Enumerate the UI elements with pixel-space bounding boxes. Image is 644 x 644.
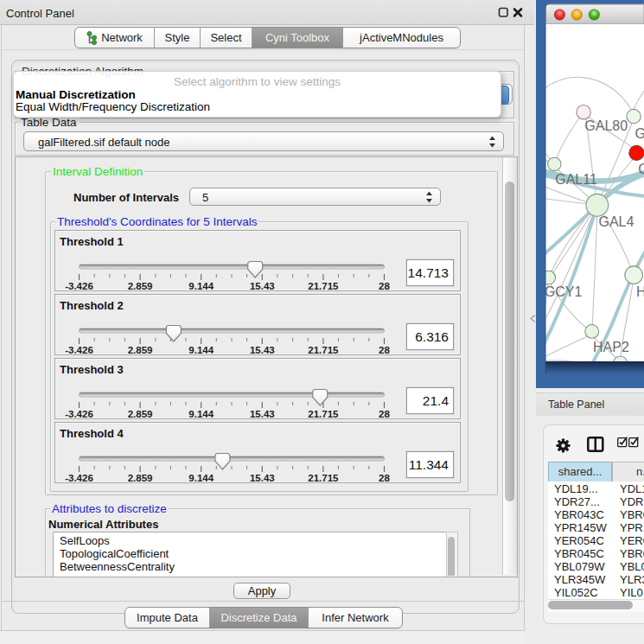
svg-text:9.144: 9.144	[188, 345, 214, 355]
svg-text:21.715: 21.715	[308, 281, 339, 291]
svg-text:H: H	[636, 284, 644, 299]
svg-text:C: C	[638, 162, 644, 176]
svg-text:28: 28	[379, 281, 390, 291]
svg-text:GAL80: GAL80	[584, 118, 628, 133]
svg-text:2.859: 2.859	[128, 409, 153, 419]
svg-text:-3.426: -3.426	[65, 473, 93, 483]
svg-text:15.43: 15.43	[250, 345, 275, 355]
svg-text:GCY1: GCY1	[545, 284, 583, 299]
svg-text:28: 28	[379, 345, 390, 355]
svg-text:2.859: 2.859	[128, 281, 153, 291]
svg-text:21.715: 21.715	[308, 409, 339, 419]
svg-text:GAL11: GAL11	[555, 172, 597, 187]
svg-text:GA: GA	[635, 126, 644, 141]
svg-text:21.715: 21.715	[308, 345, 339, 355]
svg-text:15.43: 15.43	[250, 473, 275, 483]
svg-text:21.715: 21.715	[308, 473, 339, 483]
svg-text:2.859: 2.859	[128, 473, 153, 483]
svg-text:2.859: 2.859	[128, 345, 153, 355]
svg-text:15.43: 15.43	[250, 409, 275, 419]
svg-text:HAP2: HAP2	[593, 340, 629, 354]
svg-text:-3.426: -3.426	[65, 281, 93, 291]
svg-text:9.144: 9.144	[188, 281, 214, 291]
svg-text:9.144: 9.144	[188, 409, 214, 419]
svg-text:28: 28	[379, 409, 390, 419]
svg-text:28: 28	[379, 473, 390, 483]
svg-text:9.144: 9.144	[188, 473, 214, 483]
svg-text:GAL4: GAL4	[599, 214, 634, 229]
svg-text:-3.426: -3.426	[65, 345, 93, 355]
svg-text:-3.426: -3.426	[65, 409, 93, 419]
svg-text:15.43: 15.43	[250, 281, 275, 291]
